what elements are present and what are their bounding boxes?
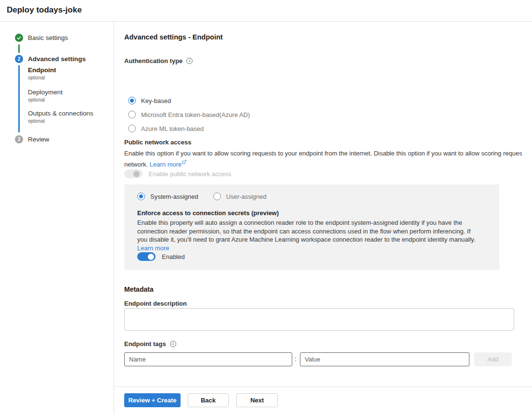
public-network-toggle[interactable] [124, 169, 143, 178]
tag-separator: : [295, 355, 297, 362]
radio-user-assigned-label[interactable]: User-assigned [226, 193, 267, 200]
enforce-secrets-title: Enforce access to connection secrets (pr… [137, 209, 279, 217]
public-network-description-line1: Enable this option if you want to allow … [124, 150, 522, 157]
info-icon[interactable]: i [170, 341, 176, 347]
add-tag-button[interactable]: Add [474, 352, 512, 366]
substep-outputs-note: optional [28, 118, 45, 124]
radio-key-based-label: Key-based [141, 97, 171, 104]
footer-divider [114, 387, 532, 387]
enforce-toggle[interactable] [137, 252, 156, 261]
substep-deployment-note: optional [28, 97, 45, 103]
step-complete-check-icon [15, 34, 23, 42]
step-connector-blue [18, 65, 20, 132]
radio-unselected-icon [128, 111, 136, 118]
endpoint-description-input[interactable] [124, 308, 514, 331]
enforce-toggle-row[interactable]: Enabled [137, 252, 185, 261]
external-link-icon [182, 158, 186, 166]
public-network-description-text: network. [124, 161, 148, 168]
main-content: Advanced settings - Endpoint Authenticat… [114, 22, 532, 413]
toggle-knob [133, 171, 140, 177]
enforce-secrets-text: Enable this property will auto assign a … [137, 219, 476, 243]
radio-selected-icon[interactable] [137, 193, 145, 200]
radio-unselected-icon [128, 125, 136, 132]
substep-deployment[interactable]: Deployment [28, 89, 63, 96]
tag-name-input[interactable] [124, 352, 292, 366]
step-advanced-settings[interactable]: Advanced settings [28, 55, 86, 63]
substep-outputs-connections[interactable]: Outputs & connections [28, 110, 93, 117]
info-icon[interactable]: i [186, 58, 193, 64]
step-2-icon: 2 [15, 55, 23, 63]
substep-endpoint[interactable]: Endpoint [28, 66, 56, 74]
authentication-type-label: Authentication type i [124, 57, 193, 65]
step-3-icon: 3 [15, 135, 23, 143]
metadata-heading: Metadata [124, 285, 154, 293]
radio-azureml-token-label: Azure ML token-based [141, 125, 204, 132]
radio-key-based[interactable]: Key-based [128, 97, 171, 104]
radio-selected-icon [128, 97, 136, 104]
radio-azureml-token[interactable]: Azure ML token-based [128, 125, 204, 132]
tag-value-input[interactable] [300, 352, 469, 366]
next-button[interactable]: Next [236, 393, 278, 407]
radio-unselected-icon[interactable] [213, 193, 221, 200]
review-create-button[interactable]: Review + Create [124, 393, 181, 407]
identity-radio-group: System-assigned User-assigned [137, 193, 267, 200]
page-title: Deploy todays-joke [7, 5, 82, 15]
endpoint-tags-label: Endpoint tags i [124, 340, 176, 348]
radio-entra-token-label: Microsoft Entra token-based(Azure AD) [141, 111, 250, 118]
step-basic-settings[interactable]: Basic settings [28, 34, 68, 41]
learn-more-link[interactable]: Learn more [137, 245, 169, 252]
radio-entra-token[interactable]: Microsoft Entra token-based(Azure AD) [128, 111, 250, 118]
authentication-type-text: Authentication type [124, 57, 182, 65]
radio-system-assigned-label[interactable]: System-assigned [150, 193, 198, 200]
endpoint-description-label: Endpoint description [124, 300, 187, 307]
public-network-toggle-row[interactable]: Enable public network access [124, 169, 231, 178]
wizard-stepper-sidebar: Basic settings 2 Advanced settings Endpo… [0, 22, 114, 413]
learn-more-link[interactable]: Learn more [150, 161, 182, 168]
enforce-toggle-label: Enabled [162, 253, 185, 260]
section-heading: Advanced settings - Endpoint [124, 33, 223, 41]
step-connector-green [18, 44, 20, 53]
toggle-knob [148, 254, 154, 260]
page-header: Deploy todays-joke [0, 0, 532, 22]
step-review[interactable]: Review [28, 136, 49, 143]
back-button[interactable]: Back [188, 393, 229, 407]
endpoint-tags-text: Endpoint tags [124, 340, 166, 348]
identity-panel: System-assigned User-assigned Enforce ac… [124, 184, 499, 270]
enforce-secrets-description: Enable this property will auto assign a … [137, 219, 478, 252]
public-network-description-line2: network. Learn more [124, 158, 186, 168]
substep-endpoint-note: optional [28, 75, 45, 80]
public-network-toggle-label: Enable public network access [149, 170, 231, 178]
public-network-access-label: Public network access [124, 139, 191, 146]
